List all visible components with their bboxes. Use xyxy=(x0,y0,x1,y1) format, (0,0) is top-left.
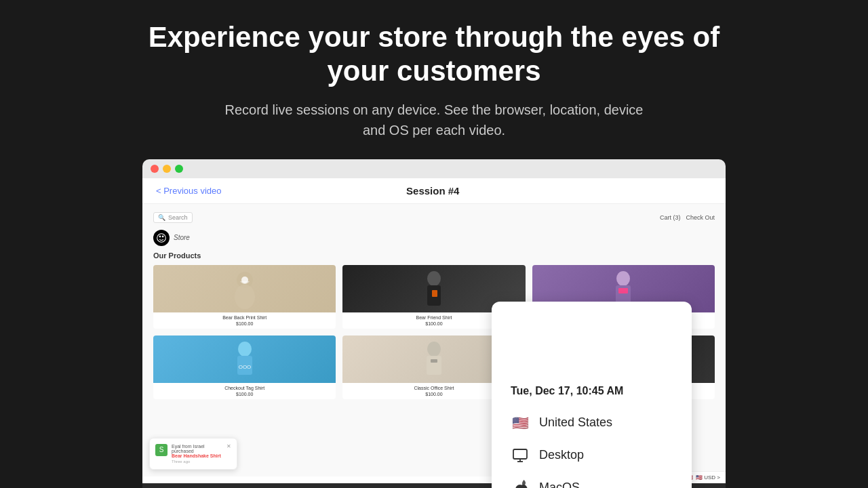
desktop-icon xyxy=(511,446,530,465)
browser-with-panel: < Previous video Session #4 🔍 Search xyxy=(142,159,726,488)
search-placeholder: Search xyxy=(168,214,188,221)
minimize-button-icon[interactable] xyxy=(163,165,171,173)
search-icon: 🔍 xyxy=(158,214,165,221)
products-heading: Our Products xyxy=(153,251,715,260)
product-name: Bear Back Print Shirt xyxy=(156,315,333,320)
notification-close-button[interactable]: ✕ xyxy=(226,444,231,449)
svg-point-9 xyxy=(616,271,630,286)
store-logo-icon xyxy=(153,230,170,246)
svg-rect-11 xyxy=(618,288,628,293)
svg-text:OOO: OOO xyxy=(238,364,251,370)
svg-point-1 xyxy=(159,235,161,237)
info-panel: Tue, Dec 17, 10:45 AM 🇺🇸 United States D… xyxy=(492,302,692,488)
checkout-text[interactable]: Check Out xyxy=(686,214,715,221)
info-datetime: Tue, Dec 17, 10:45 AM xyxy=(511,385,673,397)
info-os-row: MacOS xyxy=(511,479,673,488)
store-nav: 🔍 Search Cart (3) Check Out xyxy=(153,209,715,226)
info-device: Desktop xyxy=(539,448,584,462)
svg-rect-17 xyxy=(431,359,437,363)
notification-icon: S xyxy=(155,444,167,456)
store-cart-area: Cart (3) Check Out xyxy=(660,214,715,221)
hero-subtitle: Record live sessions on any device. See … xyxy=(224,100,644,140)
previous-video-link[interactable]: < Previous video xyxy=(156,186,221,196)
svg-point-15 xyxy=(427,342,441,357)
notification-time: Three ago xyxy=(172,460,222,464)
notification-product: Bear Handshake Shirt xyxy=(172,453,222,458)
hero-title: Experience your store through the eyes o… xyxy=(129,20,739,89)
svg-point-12 xyxy=(238,342,252,357)
product-price: $100.00 xyxy=(156,392,333,396)
notification-from: Eyal from Israel purchased xyxy=(172,444,222,453)
currency-text: 🇺🇸 USD > xyxy=(696,474,720,481)
svg-point-2 xyxy=(162,235,164,237)
browser-titlebar xyxy=(142,159,726,178)
store-logo-text: Store xyxy=(174,234,190,241)
svg-point-6 xyxy=(427,271,441,286)
info-device-row: Desktop xyxy=(511,446,673,465)
store-logo: Store xyxy=(153,230,715,246)
list-item: Bear Back Print Shirt $100.00 xyxy=(153,265,336,329)
svg-point-4 xyxy=(235,285,255,309)
list-item: OOO Checkout Tag Shirt $100.00 xyxy=(153,336,336,399)
info-location: United States xyxy=(539,415,612,430)
product-price: $100.00 xyxy=(156,321,333,326)
svg-rect-16 xyxy=(427,356,441,375)
apple-icon xyxy=(511,479,530,488)
notification-text: Eyal from Israel purchased Bear Handshak… xyxy=(172,444,222,464)
info-os: MacOS xyxy=(539,481,580,488)
cart-text[interactable]: Cart (3) xyxy=(660,214,681,221)
store-search-bar[interactable]: 🔍 Search xyxy=(153,212,193,223)
session-title: Session #4 xyxy=(406,185,459,197)
svg-rect-8 xyxy=(432,290,437,297)
product-image: OOO xyxy=(153,336,336,383)
product-info: Bear Back Print Shirt $100.00 xyxy=(153,312,336,329)
svg-point-0 xyxy=(157,233,166,242)
main-wrapper: < Previous video Session #4 🔍 Search xyxy=(142,159,726,488)
product-info: Checkout Tag Shirt $100.00 xyxy=(153,383,336,399)
notification-popup: S Eyal from Israel purchased Bear Handsh… xyxy=(149,438,237,470)
product-name: Checkout Tag Shirt xyxy=(156,386,333,390)
svg-rect-21 xyxy=(513,449,527,459)
maximize-button-icon[interactable] xyxy=(175,165,183,173)
close-button-icon[interactable] xyxy=(151,165,159,173)
flag-icon: 🇺🇸 xyxy=(511,413,530,432)
info-location-row: 🇺🇸 United States xyxy=(511,413,673,432)
session-header: < Previous video Session #4 xyxy=(142,178,726,204)
product-image xyxy=(153,265,336,312)
